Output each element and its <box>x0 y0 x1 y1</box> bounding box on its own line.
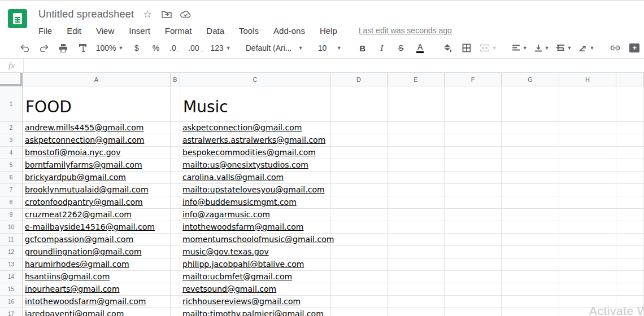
cell-A9[interactable]: cruzmeat2262@gmail.com <box>23 209 171 221</box>
cell-G14[interactable] <box>502 271 559 283</box>
cell-H4[interactable] <box>559 147 616 159</box>
cell-I3[interactable] <box>616 134 644 147</box>
cell-E12[interactable] <box>388 246 445 258</box>
borders-button[interactable] <box>459 40 475 56</box>
cell-D13[interactable] <box>330 258 388 271</box>
cell-H13[interactable] <box>559 258 616 271</box>
cell-A17[interactable]: jaredpaventi@gmail.com <box>23 308 171 316</box>
cell-B13[interactable] <box>171 258 180 271</box>
cell-G17[interactable] <box>502 308 559 316</box>
cell-F15[interactable] <box>445 283 502 296</box>
cell-I14[interactable] <box>616 271 644 283</box>
cell-E15[interactable] <box>388 283 445 296</box>
cell-D11[interactable] <box>330 234 388 246</box>
cell-G9[interactable] <box>502 209 559 221</box>
cloud-saved-icon[interactable] <box>180 8 192 20</box>
format-currency-button[interactable]: $ <box>129 40 145 56</box>
cell-G16[interactable] <box>502 296 559 308</box>
cell-G5[interactable] <box>502 159 559 172</box>
row-header-6[interactable]: 6 <box>0 172 23 184</box>
column-header-D[interactable]: D <box>330 73 388 86</box>
cell-A4[interactable]: bmostofi@moia.nyc.gov <box>23 147 171 159</box>
cell-H5[interactable] <box>559 159 616 172</box>
row-header-1[interactable]: 1 <box>0 86 23 122</box>
cell-D9[interactable] <box>330 209 388 221</box>
row-header-2[interactable]: 2 <box>0 122 23 134</box>
cell-C4[interactable]: bespokecommodities@gmail.com <box>180 147 330 159</box>
cell-D15[interactable] <box>330 283 388 296</box>
cell-B14[interactable] <box>171 271 180 283</box>
column-header-C[interactable]: C <box>180 73 330 86</box>
cell-D1[interactable] <box>330 86 388 122</box>
move-folder-icon[interactable] <box>161 8 172 20</box>
cell-G3[interactable] <box>502 134 559 147</box>
cell-D16[interactable] <box>330 296 388 308</box>
row-header-12[interactable]: 12 <box>0 246 23 258</box>
cell-A7[interactable]: brooklynmutualaid@gmail.com <box>23 184 171 196</box>
cell-B17[interactable] <box>171 308 180 316</box>
menu-data[interactable]: Data <box>203 25 228 37</box>
cell-A2[interactable]: andrew.mills4455@gmail.com <box>23 122 171 134</box>
sheets-logo-icon[interactable] <box>8 9 27 28</box>
cell-A10[interactable]: e-mailbayside14516@gmail.com <box>23 221 171 234</box>
cell-A6[interactable]: brickyardpub@gmail.com <box>23 172 171 184</box>
cell-F6[interactable] <box>445 172 502 184</box>
cell-D7[interactable] <box>330 184 388 196</box>
column-header-H[interactable]: H <box>559 73 616 86</box>
cell-D4[interactable] <box>330 147 388 159</box>
cell-I5[interactable] <box>616 159 644 172</box>
cell-G4[interactable] <box>502 147 559 159</box>
star-icon[interactable]: ☆ <box>142 8 153 20</box>
cell-A14[interactable]: hsantiins@gmail.com <box>23 271 171 283</box>
font-size-select[interactable]: 10▼ <box>316 40 343 56</box>
cell-D8[interactable] <box>330 196 388 209</box>
font-family-select[interactable]: Default (Ari...▼ <box>244 40 305 56</box>
cell-F2[interactable] <box>445 122 502 134</box>
insert-comment-button[interactable]: + <box>626 40 642 56</box>
cell-C3[interactable]: astralwerks.astralwerks@gmail.com <box>180 134 330 147</box>
cell-D14[interactable] <box>330 271 388 283</box>
cell-C2[interactable]: askpetconnection@gmail.com <box>180 122 330 134</box>
cell-F9[interactable] <box>445 209 502 221</box>
column-header-B[interactable]: B <box>171 73 180 86</box>
cell-I4[interactable] <box>616 147 644 159</box>
cell-G8[interactable] <box>502 196 559 209</box>
cell-I8[interactable] <box>616 196 644 209</box>
paint-format-button[interactable] <box>75 40 90 56</box>
cell-I9[interactable] <box>616 209 644 221</box>
cell-F14[interactable] <box>445 271 502 283</box>
cell-I13[interactable] <box>616 258 644 271</box>
cell-G2[interactable] <box>502 122 559 134</box>
column-header-E[interactable]: E <box>388 73 445 86</box>
last-edit-status[interactable]: Last edit was seconds ago <box>359 26 452 35</box>
cell-B10[interactable] <box>171 221 180 234</box>
cell-F12[interactable] <box>445 246 502 258</box>
cell-H6[interactable] <box>559 172 616 184</box>
text-color-button[interactable]: A <box>412 40 428 56</box>
cell-H10[interactable] <box>559 221 616 234</box>
cell-A11[interactable]: gcfcompassion@gmail.com <box>23 234 171 246</box>
cell-C7[interactable]: mailto:upstatelovesyou@gmail.com <box>180 184 330 196</box>
bold-button[interactable]: B <box>355 40 371 56</box>
cell-A5[interactable]: borntfamilyfarms@gmail.com <box>23 159 171 172</box>
cell-G7[interactable] <box>502 184 559 196</box>
row-header-5[interactable]: 5 <box>0 159 23 172</box>
cell-I1[interactable] <box>616 86 644 122</box>
cell-D5[interactable] <box>330 159 388 172</box>
cell-D17[interactable] <box>330 308 388 316</box>
menu-insert[interactable]: Insert <box>125 25 154 37</box>
cell-A12[interactable]: groundlingnation@gmail.com <box>23 246 171 258</box>
cell-G10[interactable] <box>502 221 559 234</box>
cell-F3[interactable] <box>445 134 502 147</box>
zoom-select[interactable]: 100%▼ <box>102 40 118 56</box>
fill-color-button[interactable] <box>440 40 455 56</box>
cell-I15[interactable] <box>616 283 644 296</box>
cell-B7[interactable] <box>171 184 180 196</box>
cell-E17[interactable] <box>388 308 445 316</box>
row-header-3[interactable]: 3 <box>0 134 23 147</box>
cell-I12[interactable] <box>616 246 644 258</box>
row-header-15[interactable]: 15 <box>0 283 23 296</box>
menu-tools[interactable]: Tools <box>236 25 262 37</box>
cell-A8[interactable]: crotonfoodpantry@gmail.com <box>23 196 171 209</box>
number-format-select[interactable]: 123▼ <box>208 40 232 56</box>
